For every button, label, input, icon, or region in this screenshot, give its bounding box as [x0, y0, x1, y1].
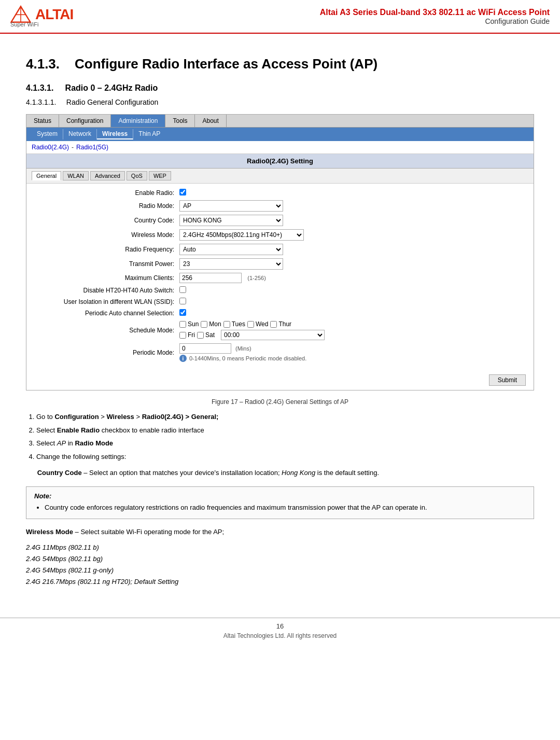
user-isolation-label: User Isolation in different WLAN (SSID):: [34, 298, 179, 305]
form-area: Enable Radio: Radio Mode: AP Client WDS …: [26, 184, 534, 370]
periodic-mode-control: (Mins) i 0-1440Mins, 0 means Periodic mo…: [179, 343, 306, 362]
schedule-sun-checkbox[interactable]: [179, 321, 186, 328]
radio-freq-select[interactable]: Auto: [179, 244, 283, 255]
wireless-mode-label: Wireless Mode:: [34, 231, 179, 239]
schedule-mode-control: Sun Mon Tues Wed: [179, 320, 325, 340]
subtab-system[interactable]: System: [32, 129, 63, 139]
radio-mode-control: AP Client WDS: [179, 200, 283, 212]
schedule-fri-checkbox[interactable]: [179, 332, 186, 339]
nav-tabs: Status Configuration Administration Tool…: [26, 115, 534, 128]
note-box: Note: Country code enforces regulatory r…: [26, 486, 534, 519]
periodic-mode-input[interactable]: [179, 343, 231, 354]
periodic-auto-control: [179, 309, 186, 317]
periodic-mode-hint: (Mins): [235, 345, 251, 352]
subsection-title: 4.1.3.1.1. Radio General Configuration: [26, 98, 534, 106]
wireless-mode-desc: Wireless Mode – Select suitable Wi-Fi op…: [26, 527, 534, 538]
tab-configuration[interactable]: Configuration: [59, 115, 111, 127]
step-3: Select AP in Radio Mode: [36, 438, 534, 449]
subtab-wireless[interactable]: Wireless: [97, 129, 133, 139]
periodic-auto-row: Periodic Auto channel Selection:: [34, 309, 526, 317]
max-clients-control: (1-256): [179, 273, 266, 283]
radio-freq-row: Radio Frequency: Auto: [34, 244, 526, 255]
radio-mode-select[interactable]: AP Client WDS: [179, 200, 283, 212]
transmit-power-label: Transmit Power:: [34, 260, 179, 268]
periodic-auto-checkbox[interactable]: [179, 309, 186, 316]
schedule-row-2: Fri Sat 00:00: [179, 330, 325, 340]
disable-ht20-control: [179, 286, 186, 295]
submit-button[interactable]: Submit: [489, 374, 526, 386]
wireless-mode-item-4: 2.4G 216.7Mbps (802.11 ng HT20); Default…: [26, 576, 534, 588]
schedule-sat: Sat: [197, 331, 215, 339]
enable-radio-label: Enable Radio:: [34, 189, 179, 197]
enable-radio-control: [179, 189, 186, 197]
schedule-sun: Sun: [179, 320, 199, 328]
schedule-wed-checkbox[interactable]: [247, 321, 254, 328]
subtab-network[interactable]: Network: [63, 129, 97, 139]
transmit-power-control: 23: [179, 258, 283, 270]
footer-copyright: Altai Technologies Ltd. All rights reser…: [223, 632, 337, 639]
wireless-mode-row: Wireless Mode: 2.4GHz 450Mbps(802.11ng H…: [34, 229, 526, 241]
step-4: Change the following settings:: [36, 452, 534, 462]
disable-ht20-checkbox[interactable]: [179, 286, 186, 293]
page-number: 16: [4, 622, 556, 630]
note-item-1: Country code enforces regulatory restric…: [45, 502, 526, 513]
radio-tabs-bar: Radio0(2.4G) - Radio1(5G): [26, 141, 534, 154]
user-isolation-checkbox[interactable]: [179, 298, 186, 304]
tab-tools[interactable]: Tools: [165, 115, 195, 127]
schedule-sat-checkbox[interactable]: [197, 332, 204, 339]
header-main-title: Altai A3 Series Dual-band 3x3 802.11 ac …: [114, 8, 550, 17]
schedule-thur: Thur: [270, 320, 291, 328]
header-title: Altai A3 Series Dual-band 3x3 802.11 ac …: [114, 8, 550, 25]
main-content: 4.1.3. Configure Radio Interface as Acce…: [0, 34, 560, 602]
enable-radio-checkbox[interactable]: [179, 189, 186, 196]
panel-heading: Radio0(2.4G) Setting: [26, 154, 534, 169]
schedule-mon-checkbox[interactable]: [201, 321, 207, 328]
periodic-mode-note-row: i 0-1440Mins, 0 means Periodic mode disa…: [179, 355, 306, 362]
note-title: Note:: [34, 492, 526, 500]
user-isolation-row: User Isolation in different WLAN (SSID):: [34, 298, 526, 306]
schedule-time-select[interactable]: 00:00: [221, 330, 325, 340]
max-clients-input[interactable]: [179, 273, 242, 283]
chapter-title: 4.1.3. Configure Radio Interface as Acce…: [26, 54, 534, 73]
schedule-mon: Mon: [201, 320, 221, 328]
periodic-mode-row: Periodic Mode: (Mins) i 0-1440Mins, 0 me…: [34, 343, 526, 362]
max-clients-row: Maximum Clients: (1-256): [34, 273, 526, 283]
max-clients-hint: (1-256): [247, 275, 265, 281]
tab-about[interactable]: About: [195, 115, 226, 127]
page-header: ALTAI Super WiFi Altai A3 Series Dual-ba…: [0, 0, 560, 34]
submit-row: Submit: [26, 370, 534, 390]
transmit-power-row: Transmit Power: 23: [34, 258, 526, 270]
max-clients-label: Maximum Clients:: [34, 274, 179, 282]
enable-radio-row: Enable Radio:: [34, 189, 526, 197]
periodic-mode-label: Periodic Mode:: [34, 349, 179, 356]
country-code-label: Country Code:: [34, 217, 179, 224]
inner-tab-general[interactable]: General: [32, 171, 61, 180]
schedule-row: Sun Mon Tues Wed: [179, 320, 325, 328]
schedule-tues-checkbox[interactable]: [223, 321, 230, 328]
radio-freq-control: Auto: [179, 244, 283, 255]
subtab-thinap[interactable]: Thin AP: [133, 129, 165, 139]
transmit-power-select[interactable]: 23: [179, 258, 283, 270]
radio-tab-2g[interactable]: Radio0(2.4G): [32, 144, 69, 151]
inner-tab-qos[interactable]: QoS: [127, 171, 147, 180]
wireless-mode-select[interactable]: 2.4GHz 450Mbps(802.11ng HT40+): [179, 229, 304, 241]
inner-tab-wlan[interactable]: WLAN: [63, 171, 89, 180]
step-1: Go to Configuration > Wireless > Radio0(…: [36, 412, 534, 422]
tab-status[interactable]: Status: [26, 115, 59, 127]
wireless-mode-item-1: 2.4G 11Mbps (802.11 b): [26, 542, 534, 553]
schedule-thur-checkbox[interactable]: [270, 321, 277, 328]
schedule-tues: Tues: [223, 320, 245, 328]
schedule-fri: Fri: [179, 331, 195, 339]
schedule-mode-row: Schedule Mode: Sun Mon Tues: [34, 320, 526, 340]
radio-tab-5g[interactable]: Radio1(5G): [76, 144, 108, 151]
country-code-desc: Country Code – Select an option that mat…: [26, 468, 534, 479]
disable-ht20-row: Disable HT20-HT40 Auto Switch:: [34, 286, 526, 295]
wireless-modes-list: 2.4G 11Mbps (802.11 b) 2.4G 54Mbps (802.…: [26, 542, 534, 588]
inner-tab-wep[interactable]: WEP: [149, 171, 171, 180]
page-footer: 16 Altai Technologies Ltd. All rights re…: [0, 618, 560, 644]
country-code-select[interactable]: HONG KONG: [179, 215, 283, 226]
inner-tab-advanced[interactable]: Advanced: [90, 171, 125, 180]
header-sub-title: Configuration Guide: [114, 17, 550, 25]
tab-administration[interactable]: Administration: [111, 115, 165, 127]
radio-freq-label: Radio Frequency:: [34, 246, 179, 253]
